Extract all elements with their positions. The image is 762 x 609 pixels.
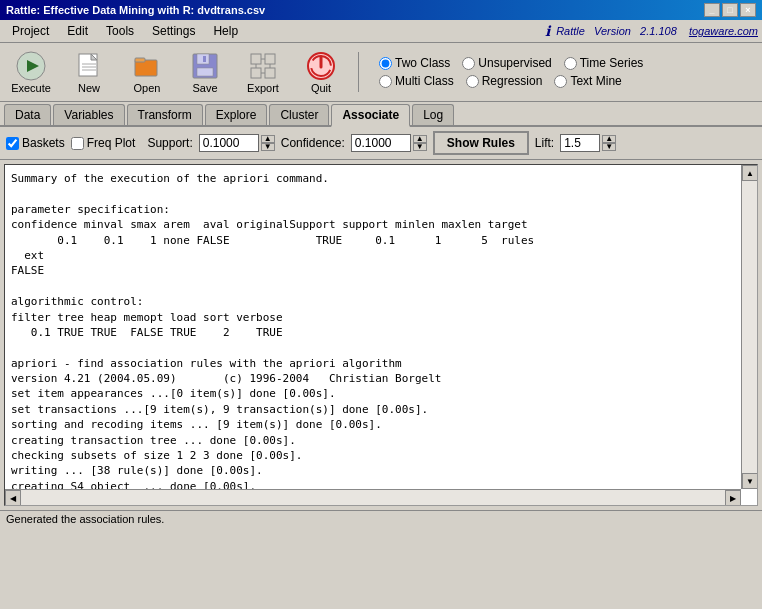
lift-label: Lift: — [535, 136, 554, 150]
new-icon — [73, 50, 105, 82]
tab-variables[interactable]: Variables — [53, 104, 124, 125]
lift-down[interactable]: ▼ — [602, 143, 616, 151]
quit-button[interactable]: Quit — [296, 47, 346, 97]
tabs-bar: Data Variables Transform Explore Cluster… — [0, 102, 762, 127]
baskets-checkbox[interactable]: Baskets — [6, 136, 65, 150]
scroll-track[interactable] — [742, 181, 757, 473]
radio-group: Two Class Unsupervised Time Series Multi… — [379, 56, 643, 88]
menu-help[interactable]: Help — [205, 22, 246, 40]
svg-rect-13 — [251, 54, 261, 64]
output-text: Summary of the execution of the apriori … — [5, 165, 757, 505]
toolbar-separator — [358, 52, 359, 92]
svg-rect-15 — [251, 68, 261, 78]
confidence-input[interactable] — [351, 134, 411, 152]
scroll-left-button[interactable]: ◀ — [5, 490, 21, 506]
save-icon — [189, 50, 221, 82]
support-label: Support: — [147, 136, 192, 150]
tab-associate[interactable]: Associate — [331, 104, 410, 127]
support-input-group: ▲ ▼ — [199, 134, 275, 152]
menu-tools[interactable]: Tools — [98, 22, 142, 40]
confidence-input-group: ▲ ▼ — [351, 134, 427, 152]
lift-input[interactable] — [560, 134, 600, 152]
radio-unsupervised[interactable]: Unsupervised — [462, 56, 551, 70]
output-area: Summary of the execution of the apriori … — [4, 164, 758, 506]
new-button[interactable]: New — [64, 47, 114, 97]
status-text: Generated the association rules. — [6, 513, 164, 525]
close-button[interactable]: × — [740, 3, 756, 17]
support-spinner: ▲ ▼ — [261, 135, 275, 151]
freq-plot-checkbox[interactable]: Freq Plot — [71, 136, 136, 150]
execute-label: Execute — [11, 82, 51, 94]
tab-transform[interactable]: Transform — [127, 104, 203, 125]
radio-two-class[interactable]: Two Class — [379, 56, 450, 70]
export-icon — [247, 50, 279, 82]
menu-project[interactable]: Project — [4, 22, 57, 40]
confidence-down[interactable]: ▼ — [413, 143, 427, 151]
svg-rect-8 — [135, 58, 145, 62]
open-label: Open — [134, 82, 161, 94]
menu-bar-left: Project Edit Tools Settings Help — [4, 22, 246, 40]
h-scroll-track[interactable] — [21, 490, 725, 505]
info-icon: ℹ — [545, 23, 550, 39]
rattle-version-info: ℹ Rattle Version 2.1.108 togaware.com — [545, 23, 758, 39]
toolbar: Execute New Open — [0, 43, 762, 102]
execute-icon — [15, 50, 47, 82]
menu-bar: Project Edit Tools Settings Help ℹ Rattl… — [0, 20, 762, 43]
quit-label: Quit — [311, 82, 331, 94]
export-label: Export — [247, 82, 279, 94]
svg-rect-12 — [203, 56, 206, 62]
title-bar-buttons: _ □ × — [704, 3, 756, 17]
tab-data[interactable]: Data — [4, 104, 51, 125]
scroll-up-button[interactable]: ▲ — [742, 165, 758, 181]
scroll-down-button[interactable]: ▼ — [742, 473, 758, 489]
show-rules-button[interactable]: Show Rules — [433, 131, 529, 155]
maximize-button[interactable]: □ — [722, 3, 738, 17]
open-button[interactable]: Open — [122, 47, 172, 97]
support-down[interactable]: ▼ — [261, 143, 275, 151]
open-icon — [131, 50, 163, 82]
export-button[interactable]: Export — [238, 47, 288, 97]
save-button[interactable]: Save — [180, 47, 230, 97]
save-label: Save — [192, 82, 217, 94]
svg-rect-16 — [265, 68, 275, 78]
radio-multi-class[interactable]: Multi Class — [379, 74, 454, 88]
horizontal-scrollbar: ◀ ▶ — [5, 489, 741, 505]
radio-row-2: Multi Class Regression Text Mine — [379, 74, 643, 88]
vertical-scrollbar: ▲ ▼ — [741, 165, 757, 489]
associate-toolbar: Baskets Freq Plot Support: ▲ ▼ Confidenc… — [0, 127, 762, 160]
radio-time-series[interactable]: Time Series — [564, 56, 644, 70]
support-input[interactable] — [199, 134, 259, 152]
minimize-button[interactable]: _ — [704, 3, 720, 17]
radio-text-mine[interactable]: Text Mine — [554, 74, 621, 88]
menu-settings[interactable]: Settings — [144, 22, 203, 40]
confidence-spinner: ▲ ▼ — [413, 135, 427, 151]
title-bar: Rattle: Effective Data Mining with R: dv… — [0, 0, 762, 20]
lift-input-group: ▲ ▼ — [560, 134, 616, 152]
quit-icon — [305, 50, 337, 82]
svg-rect-14 — [265, 54, 275, 64]
lift-spinner: ▲ ▼ — [602, 135, 616, 151]
tab-log[interactable]: Log — [412, 104, 454, 125]
status-bar: Generated the association rules. — [0, 510, 762, 527]
menu-edit[interactable]: Edit — [59, 22, 96, 40]
tab-cluster[interactable]: Cluster — [269, 104, 329, 125]
tab-explore[interactable]: Explore — [205, 104, 268, 125]
radio-row-1: Two Class Unsupervised Time Series — [379, 56, 643, 70]
new-label: New — [78, 82, 100, 94]
confidence-label: Confidence: — [281, 136, 345, 150]
svg-rect-11 — [197, 68, 213, 76]
radio-regression[interactable]: Regression — [466, 74, 543, 88]
scroll-right-button[interactable]: ▶ — [725, 490, 741, 506]
window-title: Rattle: Effective Data Mining with R: dv… — [6, 4, 265, 16]
execute-button[interactable]: Execute — [6, 47, 56, 97]
